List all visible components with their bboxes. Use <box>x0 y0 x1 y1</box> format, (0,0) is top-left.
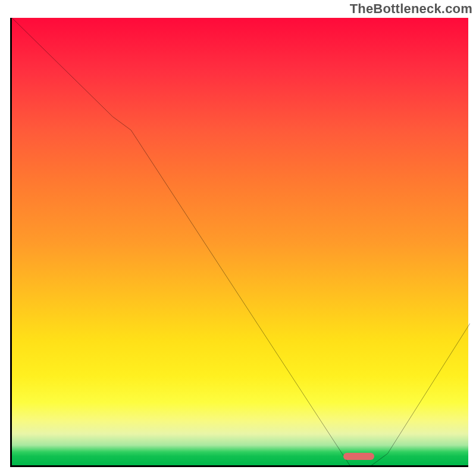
chart-container: TheBottleneck.com <box>0 0 476 476</box>
optimal-marker <box>343 453 374 460</box>
bottleneck-curve <box>12 18 470 467</box>
watermark-text: TheBottleneck.com <box>350 1 472 17</box>
plot-area <box>10 18 468 467</box>
